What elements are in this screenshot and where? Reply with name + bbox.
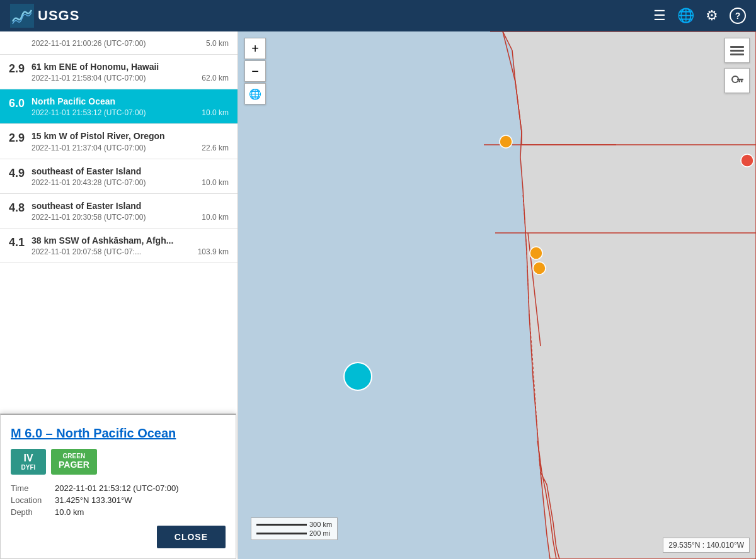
zoom-out-button[interactable]: −	[244, 60, 266, 82]
eq-magnitude: 4.1	[9, 236, 32, 249]
svg-rect-13	[730, 54, 744, 55]
eq-time: 2022-11-01 20:07:58 (UTC-07:...	[32, 247, 141, 256]
eq-meta: 2022-11-01 20:30:58 (UTC-07:00) 10.0 km	[32, 213, 229, 222]
main-layout: 2022-11-01 21:00:26 (UTC-07:00) 5.0 km 2…	[0, 31, 756, 559]
eq-time: 2022-11-01 20:43:28 (UTC-07:00)	[32, 178, 146, 187]
list-item[interactable]: 4.8 southeast of Easter Island 2022-11-0…	[0, 194, 238, 229]
svg-rect-17	[739, 81, 741, 82]
zoom-in-button[interactable]: +	[244, 38, 266, 59]
header: USGS ☰ 🌐 ⚙ ?	[0, 0, 756, 31]
eq-magnitude: 2.9	[9, 62, 32, 76]
eq-title: 38 km SSW of Ashkāsham, Afgh...	[32, 235, 229, 246]
popup-title[interactable]: M 6.0 – North Pacific Ocean	[11, 425, 226, 441]
usgs-logo: USGS	[10, 4, 79, 28]
popup-badges: IV DYFI GREEN PAGER	[11, 449, 226, 475]
eq-depth: 10.0 km	[202, 178, 229, 187]
map-svg	[238, 31, 756, 559]
eq-time: 2022-11-01 20:30:58 (UTC-07:00)	[32, 213, 146, 222]
layers-button[interactable]	[724, 38, 750, 63]
svg-point-8	[533, 262, 546, 274]
eq-time: 2022-11-01 21:58:04 (UTC-07:00)	[32, 74, 146, 82]
pager-color: GREEN	[59, 453, 89, 460]
eq-info: 15 km W of Pistol River, Oregon 2022-11-…	[32, 130, 229, 152]
nav-icon[interactable]: ☰	[653, 8, 666, 24]
eq-meta: 2022-11-01 21:37:04 (UTC-07:00) 22.6 km	[32, 144, 229, 152]
eq-title: North Pacific Ocean	[32, 96, 229, 107]
pager-badge[interactable]: GREEN PAGER	[51, 449, 97, 475]
eq-depth: 22.6 km	[202, 144, 229, 152]
depth-label: Depth	[11, 507, 55, 517]
help-icon[interactable]: ?	[730, 8, 746, 24]
svg-point-10	[344, 363, 372, 390]
list-item[interactable]: 2.9 61 km ENE of Honomu, Hawaii 2022-11-…	[0, 55, 238, 89]
location-value: 31.425°N 133.301°W	[55, 495, 226, 505]
eq-title: 15 km W of Pistol River, Oregon	[32, 130, 229, 142]
eq-meta: 2022-11-01 20:43:28 (UTC-07:00) 10.0 km	[32, 178, 229, 187]
eq-depth: 10.0 km	[202, 108, 229, 117]
svg-rect-15	[737, 79, 743, 81]
eq-info: 2022-11-01 21:00:26 (UTC-07:00) 5.0 km	[32, 38, 229, 48]
header-icons: ☰ 🌐 ⚙ ?	[653, 8, 746, 24]
eq-magnitude: 6.0	[9, 97, 32, 110]
eq-title: southeast of Easter Island	[32, 200, 229, 212]
globe-button[interactable]: 🌐	[244, 83, 266, 104]
eq-info: southeast of Easter Island 2022-11-01 20…	[32, 166, 229, 187]
svg-point-7	[530, 247, 542, 259]
globe-icon[interactable]: 🌐	[677, 8, 694, 24]
dyfi-badge[interactable]: IV DYFI	[11, 449, 46, 475]
eq-meta: 2022-11-01 21:53:12 (UTC-07:00) 10.0 km	[32, 108, 229, 117]
eq-info: southeast of Easter Island 2022-11-01 20…	[32, 200, 229, 222]
eq-info: 38 km SSW of Ashkāsham, Afgh... 2022-11-…	[32, 235, 229, 256]
key-icon	[730, 74, 744, 88]
scale-mi: 200 mi	[309, 529, 330, 537]
map-coordinates: 29.535°N : 140.010°W	[663, 538, 750, 553]
eq-info: North Pacific Ocean 2022-11-01 21:53:12 …	[32, 96, 229, 117]
scale-km: 300 km	[309, 521, 332, 528]
eq-magnitude: 4.8	[9, 201, 32, 215]
eq-meta: 2022-11-01 20:07:58 (UTC-07:... 103.9 km	[32, 247, 229, 256]
map-controls: + − 🌐	[244, 38, 266, 104]
dyfi-level: IV	[17, 453, 40, 464]
layers-icon	[730, 43, 744, 57]
eq-title: southeast of Easter Island	[32, 166, 229, 177]
dyfi-label: DYFI	[17, 464, 40, 471]
list-item[interactable]: 2022-11-01 21:00:26 (UTC-07:00) 5.0 km	[0, 31, 238, 55]
eq-meta: 2022-11-01 21:58:04 (UTC-07:00) 62.0 km	[32, 74, 229, 82]
depth-value: 10.0 km	[55, 507, 226, 517]
list-item[interactable]: 4.1 38 km SSW of Ashkāsham, Afgh... 2022…	[0, 229, 238, 263]
eq-depth: 103.9 km	[198, 247, 229, 256]
list-item[interactable]: 2.9 15 km W of Pistol River, Oregon 2022…	[0, 124, 238, 159]
eq-magnitude: 2.9	[9, 132, 32, 145]
eq-meta: 2022-11-01 21:00:26 (UTC-07:00) 5.0 km	[32, 39, 229, 48]
eq-time: 2022-11-01 21:00:26 (UTC-07:00)	[32, 39, 146, 48]
list-item-selected[interactable]: 6.0 North Pacific Ocean 2022-11-01 21:53…	[0, 89, 238, 124]
time-value: 2022-11-01 21:53:12 (UTC-07:00)	[55, 483, 226, 493]
svg-point-6	[500, 135, 512, 148]
eq-info: 61 km ENE of Honomu, Hawaii 2022-11-01 2…	[32, 61, 229, 82]
close-button[interactable]: CLOSE	[157, 526, 226, 548]
eq-depth: 10.0 km	[202, 213, 229, 222]
popup-details: Time 2022-11-01 21:53:12 (UTC-07:00) Loc…	[11, 483, 226, 517]
earthquake-popup: M 6.0 – North Pacific Ocean IV DYFI GREE…	[0, 414, 236, 559]
svg-rect-12	[730, 50, 744, 52]
eq-depth: 62.0 km	[202, 74, 229, 82]
svg-rect-11	[730, 46, 744, 48]
eq-depth: 5.0 km	[206, 39, 229, 48]
map[interactable]: + − 🌐 300 km	[238, 31, 756, 559]
eq-title: 61 km ENE of Honomu, Hawaii	[32, 61, 229, 72]
svg-point-9	[741, 154, 753, 167]
eq-time: 2022-11-01 21:37:04 (UTC-07:00)	[32, 144, 146, 152]
key-button[interactable]	[724, 68, 750, 93]
pager-label: PAGER	[59, 460, 89, 470]
list-item[interactable]: 4.9 southeast of Easter Island 2022-11-0…	[0, 159, 238, 194]
gear-icon[interactable]: ⚙	[706, 8, 718, 24]
eq-time: 2022-11-01 21:53:12 (UTC-07:00)	[32, 108, 146, 117]
eq-magnitude: 4.9	[9, 167, 32, 180]
map-scale: 300 km 200 mi	[251, 517, 338, 540]
location-label: Location	[11, 495, 55, 505]
logo-text: USGS	[38, 8, 79, 24]
earthquake-list: 2022-11-01 21:00:26 (UTC-07:00) 5.0 km 2…	[0, 31, 238, 559]
svg-rect-16	[741, 81, 743, 82]
time-label: Time	[11, 483, 55, 493]
